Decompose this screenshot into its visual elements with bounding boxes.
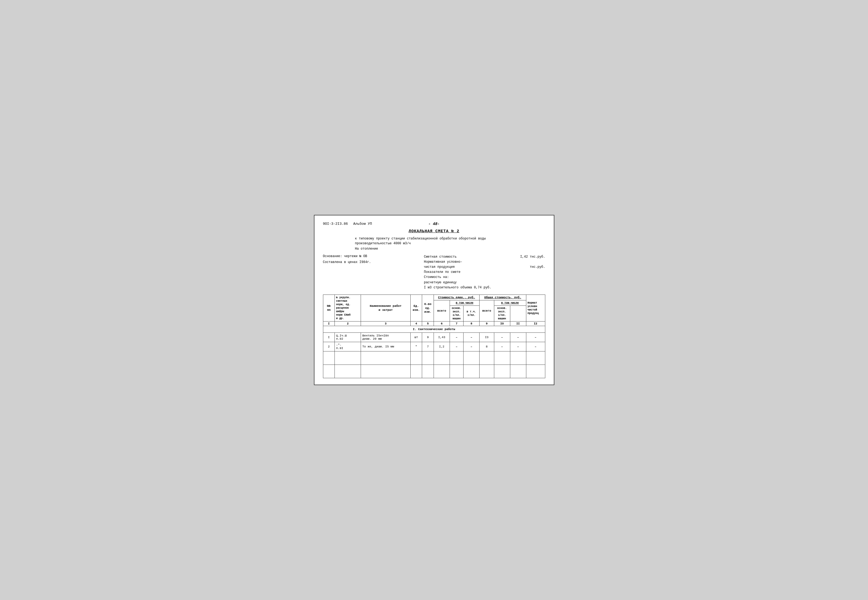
row2-sub4: –	[510, 342, 526, 352]
row1-normat: –	[526, 333, 545, 342]
section-title-cell: I. Сантехнические работы	[323, 326, 545, 333]
row2-num: 2	[323, 342, 335, 352]
row1-sub1: –	[450, 333, 463, 342]
page-number: - 48-	[428, 222, 440, 226]
th-name: Наименование работ и затрат	[361, 295, 410, 321]
row1-ed: шт	[410, 333, 422, 342]
row1-num: I	[323, 333, 335, 342]
sostavlena-label: Составлена в ценах I984г.	[323, 260, 424, 264]
num-10: IO	[494, 321, 510, 326]
num-3: 3	[361, 321, 410, 326]
document-header: 9ОI-3-2I3.86 Альбом УП - 48-	[323, 222, 545, 226]
row2-norm: -"- п.9I	[335, 342, 361, 352]
info-section: Основание: чертежи № ОВ Составлена в цен…	[323, 255, 545, 290]
document-page: 9ОI-3-2I3.86 Альбом УП - 48- ЛОКАЛЬНАЯ С…	[314, 215, 554, 385]
row1-vsego2: I3	[479, 333, 494, 342]
num-5: 5	[422, 321, 434, 326]
row1-vsego1: I,43	[434, 333, 450, 342]
chistaya-value: тнс.руб.	[530, 265, 545, 270]
num-2: 2	[335, 321, 361, 326]
th-normat: Нормат условн чистой продукц	[526, 295, 545, 321]
num-9: 9	[479, 321, 494, 326]
title-section: ЛОКАЛЬНАЯ СМЕТА № 2	[323, 229, 545, 233]
th-norm: № укрупн. сметных норм, ед. расценок шиф…	[335, 295, 361, 321]
empty-row	[323, 352, 545, 365]
table-row: I Ц.Iч.Ш п.92 Вентиль I5кчI8п диам. 20 м…	[323, 333, 545, 342]
num-6: 6	[434, 321, 450, 326]
th-vsego2: всего	[479, 300, 494, 321]
th-osnov2: основ. эксп. з/пл. машин	[494, 306, 510, 321]
row2-name: То же, диам. I5 мм	[361, 342, 410, 352]
row2-vsego2: 8	[479, 342, 494, 352]
num-7: 7	[450, 321, 463, 326]
kubmetr-label: I м3 строительного объема 0,74 руб.	[424, 286, 491, 289]
num-4: 4	[410, 321, 422, 326]
row1-norm: Ц.Iч.Ш п.92	[335, 333, 361, 342]
smetnaya-value: I,42 тнс.руб.	[520, 255, 545, 259]
doc-number: 9ОI-3-2I3.86	[323, 222, 348, 226]
subtitle-1: к типовому проекту станции стабилизацион…	[355, 236, 545, 246]
num-1: I	[323, 321, 335, 326]
row2-sub3: –	[494, 342, 510, 352]
main-table: №№ пп № укрупн. сметных норм, ед. расцен…	[323, 294, 545, 378]
th-vtch: в т.ч. з/пл.	[464, 306, 479, 321]
table-header-row1: №№ пп № укрупн. сметных норм, ед. расцен…	[323, 295, 545, 300]
th-ed: Ед. изм.	[410, 295, 422, 321]
row2-sub2: –	[464, 342, 479, 352]
row2-ed: "	[410, 342, 422, 352]
normativnaya-label: Нормативная условно-	[424, 260, 463, 264]
album-label: Альбом УП	[353, 222, 372, 226]
row1-kvo: 9	[422, 333, 434, 342]
main-title: ЛОКАЛЬНАЯ СМЕТА № 2	[323, 229, 545, 233]
th-stoimost-header: Стоимость един., руб.	[434, 295, 479, 300]
th-kvo: К-во ед. изм.	[422, 295, 434, 321]
right-info: Сметная стоимость I,42 тнс.руб. Норматив…	[424, 255, 545, 290]
row2-sub1: –	[450, 342, 463, 352]
num-11: II	[510, 321, 526, 326]
th-empty	[510, 306, 526, 321]
section-title-row: I. Сантехнические работы	[323, 326, 545, 333]
th-v-tom-chisle2: в том числе	[494, 300, 526, 306]
left-info: Основание: чертежи № ОВ Составлена в цен…	[323, 255, 424, 290]
subtitle-2: На отопление	[355, 247, 545, 251]
row1-sub4: –	[510, 333, 526, 342]
osnov-label: Основание: чертежи № ОВ	[323, 255, 424, 258]
pokazateli-label: Показатели по смете	[424, 270, 461, 274]
empty-row	[323, 365, 545, 378]
table-row: 2 -"- п.9I То же, диам. I5 мм " 7 I,2 – …	[323, 342, 545, 352]
th-pp: №№ пп	[323, 295, 335, 321]
table-number-row: I 2 3 4 5 6 7 8 9 IO II I2	[323, 321, 545, 326]
th-v-tom-chisle1: в том числе	[450, 300, 479, 306]
num-12: I2	[526, 321, 545, 326]
smetnaya-label: Сметная стоимость	[424, 255, 457, 259]
th-obshaya-header: Общая стоимость, руб.	[479, 295, 526, 300]
row1-name: Вентиль I5кчI8п диам. 20 мм	[361, 333, 410, 342]
row2-kvo: 7	[422, 342, 434, 352]
row2-vsego1: I,2	[434, 342, 450, 352]
stoimost-label: Стоимость на:	[424, 275, 449, 279]
th-vsego1: всего	[434, 300, 450, 321]
th-osnov1: основ. эксп. з/пл. машин	[450, 306, 463, 321]
row1-sub2: –	[464, 333, 479, 342]
num-8: 8	[464, 321, 479, 326]
chistaya-label: чистая продукция	[424, 265, 455, 270]
row2-normat: –	[526, 342, 545, 352]
raschetnuyu-label: расчетную единицу	[424, 280, 457, 284]
row1-sub3: –	[494, 333, 510, 342]
